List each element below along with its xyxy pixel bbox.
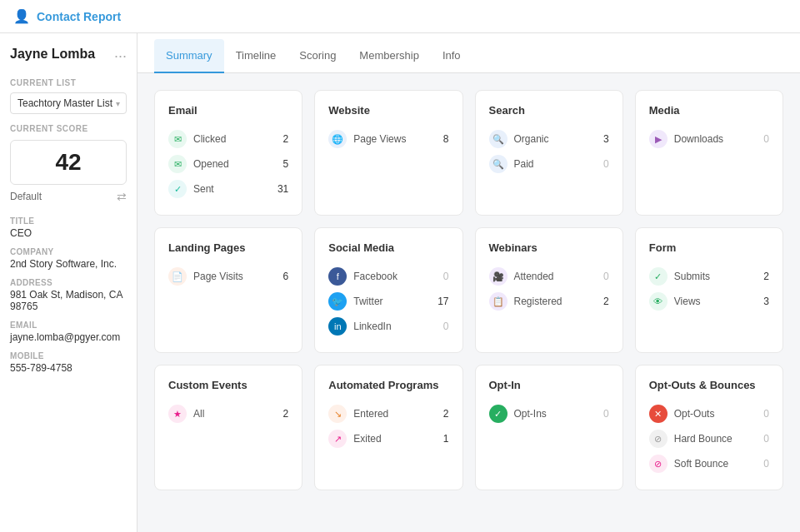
sidebar-field-value: 981 Oak St, Madison, CA 98765: [10, 289, 127, 312]
card-row-value: 0: [432, 271, 449, 282]
sidebar-field-label: Company: [10, 247, 127, 256]
card-row-value: 6: [272, 271, 288, 282]
card-row: inLinkedIn0: [328, 314, 448, 339]
card-row: 🎥Attended0: [489, 264, 609, 289]
sidebar-field-value: jayne.lomba@pgyer.com: [10, 331, 127, 343]
card-row: ✕Opt-Outs0: [649, 401, 769, 426]
card-row-value: 2: [272, 408, 288, 420]
card-row: ★All2: [168, 401, 288, 426]
card-row-value: 5: [272, 158, 288, 170]
card-row-icon: 🔍: [489, 155, 508, 173]
card-row-value: 0: [432, 321, 449, 332]
card-row-label: Downloads: [674, 133, 746, 145]
card-title: Social Media: [328, 241, 448, 254]
cards-grid: Email✉Clicked2✉Opened5✓Sent31Website🌐Pag…: [138, 73, 800, 507]
card-title: Opt-Outs & Bounces: [649, 379, 769, 391]
card-row: ✓Opt-Ins0: [489, 401, 609, 426]
card-row-label: Entered: [353, 408, 425, 420]
topbar-icon: 👤: [13, 8, 30, 24]
card-row: ✉Clicked2: [168, 127, 288, 152]
card-row-label: LinkedIn: [353, 321, 425, 332]
card-row-icon: 🔍: [489, 130, 508, 148]
card-row-icon: ▶: [649, 130, 668, 148]
card-row-label: Clicked: [193, 133, 265, 145]
card-row-value: 3: [752, 296, 769, 307]
card-email: Email✉Clicked2✉Opened5✓Sent31: [154, 90, 302, 216]
card-row-icon: ✉: [168, 130, 187, 148]
card-row-value: 0: [592, 271, 609, 282]
card-row-label: Page Visits: [193, 271, 265, 282]
card-row-value: 17: [432, 296, 449, 307]
card-row-label: Sent: [193, 183, 265, 195]
card-row-icon: ⊘: [649, 455, 668, 473]
contact-name: Jayne Lomba: [10, 47, 95, 62]
card-row-icon: 👁: [649, 292, 668, 311]
card-landing-pages: Landing Pages📄Page Visits6: [154, 227, 302, 353]
card-row-label: Views: [674, 296, 746, 307]
card-row-value: 1: [432, 433, 449, 445]
card-row-icon: ↘: [328, 405, 347, 423]
main: SummaryTimelineScoringMembershipInfo Ema…: [138, 33, 800, 532]
sidebar-field-label: Mobile: [10, 351, 127, 360]
card-title: Opt-In: [489, 379, 609, 391]
sidebar-field-value: 2nd Story Software, Inc.: [10, 258, 127, 270]
card-row-value: 2: [272, 133, 288, 145]
score-value: 42: [19, 149, 118, 176]
tab-membership[interactable]: Membership: [348, 39, 431, 73]
score-box: 42: [10, 140, 127, 185]
card-row-value: 3: [592, 133, 609, 145]
card-opt-outs-&-bounces: Opt-Outs & Bounces✕Opt-Outs0⊘Hard Bounce…: [635, 365, 783, 490]
card-row-value: 2: [592, 296, 609, 307]
card-row: 📋Registered2: [489, 289, 609, 314]
card-media: Media▶Downloads0: [635, 90, 783, 216]
card-row-icon: ↗: [328, 430, 347, 448]
card-row-icon: ✓: [168, 180, 187, 198]
card-title: Media: [649, 104, 769, 117]
card-row-value: 2: [752, 271, 769, 282]
card-row-icon: ✕: [649, 405, 668, 423]
card-row: ▶Downloads0: [649, 127, 769, 152]
card-row-label: Twitter: [353, 296, 425, 307]
card-row-label: Page Views: [353, 133, 425, 145]
card-row-icon: ⊘: [649, 430, 668, 448]
card-row-label: Attended: [514, 271, 586, 282]
score-type: Default: [10, 191, 42, 202]
tab-scoring[interactable]: Scoring: [288, 39, 348, 73]
card-row-label: Hard Bounce: [674, 433, 746, 445]
score-swap-icon[interactable]: ⇄: [117, 190, 127, 203]
topbar: 👤 Contact Report: [0, 0, 800, 33]
card-row: 🌐Page Views8: [328, 127, 448, 152]
card-form: Form✓Submits2👁Views3: [635, 227, 783, 353]
card-row: ✓Sent31: [168, 177, 288, 201]
card-search: Search🔍Organic3🔍Paid0: [475, 90, 623, 216]
card-row-icon: 📄: [168, 267, 187, 286]
card-row-label: Paid: [514, 158, 586, 170]
list-select[interactable]: Teachtory Master List: [10, 92, 127, 114]
card-row: ✉Opened5: [168, 152, 288, 177]
card-row: ↗Exited1: [328, 426, 448, 451]
card-row-value: 31: [272, 183, 288, 195]
card-row-icon: ✓: [649, 267, 668, 286]
card-row-label: Registered: [514, 296, 586, 307]
topbar-title: Contact Report: [37, 10, 121, 23]
sidebar-field-value: 555-789-4758: [10, 362, 127, 374]
sidebar-menu-icon[interactable]: ···: [114, 47, 127, 65]
sidebar-field-label: Title: [10, 216, 127, 226]
card-row-icon: ✓: [489, 405, 508, 423]
card-row-label: Organic: [514, 133, 586, 145]
tab-timeline[interactable]: Timeline: [224, 39, 288, 73]
tab-info[interactable]: Info: [431, 39, 472, 73]
card-row: fFacebook0: [328, 264, 448, 289]
card-row-label: Exited: [353, 433, 425, 445]
card-row: 🐦Twitter17: [328, 289, 448, 314]
card-row-value: 0: [752, 458, 769, 470]
sidebar: Jayne Lomba ··· CURRENT LIST Teachtory M…: [0, 33, 138, 532]
card-row-label: Submits: [674, 271, 746, 282]
card-title: Custom Events: [168, 379, 288, 391]
tab-summary[interactable]: Summary: [154, 39, 224, 73]
sidebar-field-value: CEO: [10, 227, 127, 239]
card-row: ⊘Soft Bounce0: [649, 451, 769, 476]
card-row-label: Soft Bounce: [674, 458, 746, 470]
card-row: 🔍Organic3: [489, 127, 609, 152]
card-row-label: All: [193, 408, 265, 420]
